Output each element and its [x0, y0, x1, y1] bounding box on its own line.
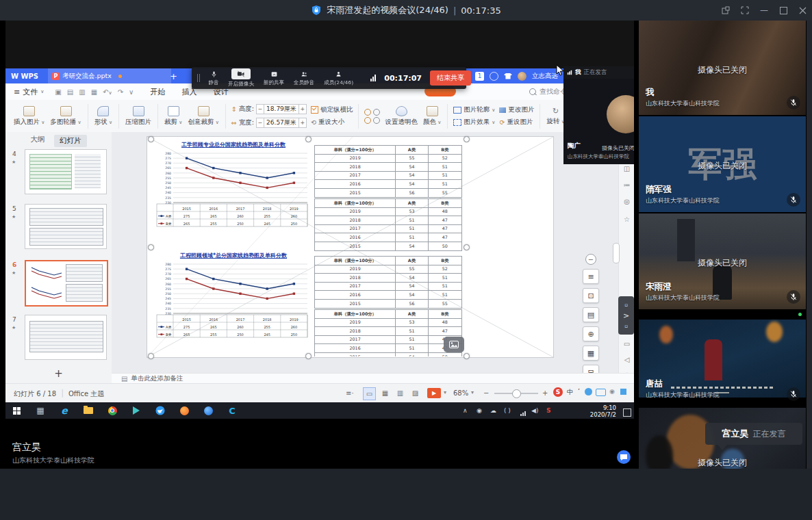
ribbon-color-button[interactable]: 颜色 ∨ — [420, 106, 444, 127]
cctalk-icon[interactable]: C — [227, 405, 238, 416]
collab-badge[interactable]: 1 — [475, 72, 484, 81]
image-panel-icon[interactable]: ▭ — [619, 340, 634, 348]
selection-handle[interactable] — [305, 353, 312, 359]
taskbar-clock[interactable]: 9:10 2020/7/2 — [578, 404, 616, 418]
brightness-up-icon[interactable] — [364, 109, 371, 116]
slide-thumb-4[interactable]: 4★ — [5, 149, 112, 194]
ime-toolbox-icon[interactable] — [620, 389, 626, 395]
theme-name[interactable]: Office 主题 — [68, 389, 104, 399]
preview-icon[interactable]: ▦ — [91, 88, 97, 96]
slide-canvas[interactable]: 工学照顾专业总分国家线趋势图及单科分数280275270265260255250… — [147, 137, 553, 357]
tray-sogou-icon[interactable]: S — [546, 407, 550, 414]
contrast-down-icon[interactable] — [373, 117, 380, 124]
ribbon-reset-picture-button[interactable]: ⟳重设图片 — [499, 118, 534, 127]
share-members-button[interactable]: 成员(24/46) — [323, 70, 354, 86]
new-share-button[interactable]: 新的共享 — [263, 70, 285, 86]
properties-icon[interactable]: ◫ — [619, 165, 634, 172]
share-mute-button[interactable]: 静音 — [208, 70, 219, 86]
fullscreen-icon[interactable] — [741, 6, 749, 14]
start-button[interactable] — [11, 405, 22, 416]
ribbon-insert-picture-button[interactable]: 插入图片 ∨ — [11, 106, 47, 127]
ribbon-shapes-button[interactable]: 形状 ∨ — [92, 106, 115, 127]
file-menu[interactable]: ≡文件∨ — [14, 87, 44, 97]
slideshow-play-button[interactable]: ▶ — [427, 388, 441, 398]
play-caret-icon[interactable]: ▾ — [444, 389, 446, 395]
tab-slides[interactable]: 幻灯片 — [54, 135, 87, 147]
more-icon[interactable]: ∨ — [129, 88, 134, 96]
ribbon-multi-carousel-button[interactable]: 多图轮播 ∨ — [47, 106, 84, 127]
selected-picture[interactable]: 工学照顾专业总分国家线趋势图及单科分数280275270265260255250… — [150, 138, 466, 356]
ribbon-lock-ratio-checkbox[interactable]: 锁定纵横比 — [311, 105, 353, 114]
ime-punct-icon[interactable]: ’ — [578, 388, 580, 395]
share-mute-all-button[interactable]: 全员静音 — [293, 70, 315, 86]
chrome-icon[interactable] — [107, 405, 118, 416]
sogou-input-icon[interactable]: S — [553, 387, 563, 397]
undo-icon[interactable]: ↶∨ — [103, 88, 112, 96]
notes-bar[interactable]: ▤ 单击此处添加备注 — [112, 373, 634, 384]
slide-thumb-6-selected[interactable]: 6★ — [5, 260, 112, 305]
account-avatar[interactable] — [518, 72, 526, 81]
layer-order-icon[interactable]: ≡ — [583, 269, 599, 284]
minimize-button[interactable]: — — [760, 6, 768, 14]
docer-icon[interactable] — [490, 72, 498, 81]
ime-keyboard-icon[interactable] — [596, 389, 606, 396]
wps-document-tab[interactable]: P 考研交流会.pptx — [48, 68, 171, 83]
redo-icon[interactable]: ↷ — [118, 88, 123, 96]
slide-thumb-7[interactable]: 7★ — [5, 315, 112, 360]
output-icon[interactable]: ▤ — [67, 88, 73, 96]
ribbon-compress-button[interactable]: 压缩图片 — [123, 106, 154, 127]
copy-icon[interactable]: ⊟ — [583, 365, 599, 373]
ribbon-reset-size-button[interactable]: ⟲重设大小 — [311, 118, 353, 127]
tray-cloud-icon[interactable]: ☁ — [490, 407, 496, 414]
audio-icon[interactable]: ◁ — [619, 356, 634, 363]
firefox-icon[interactable] — [179, 405, 190, 416]
ime-cn-icon[interactable]: 中 — [567, 388, 573, 397]
selection-handle[interactable] — [148, 244, 154, 250]
ime-user-icon[interactable]: ◉ — [609, 388, 615, 395]
adjust-icon[interactable]: ≔ — [619, 181, 634, 189]
tray-network-icon[interactable] — [518, 408, 529, 419]
ribbon-change-picture-button[interactable]: 更改图片 — [499, 105, 534, 114]
search-command[interactable]: 查找命令 — [529, 87, 567, 96]
participant-tile-唐喆[interactable]: 唐喆山东科技大学泰山科技学院 — [639, 311, 806, 406]
picture-quick-button[interactable] — [444, 337, 464, 352]
ribbon-crop-button[interactable]: 裁剪 ∨ — [162, 106, 185, 127]
zoom-slider-thumb[interactable] — [512, 389, 521, 398]
selection-handle[interactable] — [464, 353, 470, 359]
edge-icon[interactable]: e — [59, 405, 70, 416]
tray-contact-icon[interactable]: ◉ — [477, 407, 482, 414]
zoom-in-button[interactable]: + — [542, 389, 548, 397]
effects-icon[interactable]: ▦ — [583, 346, 599, 361]
video-strip-collapse-handle[interactable]: ▫>▫ — [618, 296, 634, 335]
skin-icon[interactable] — [504, 73, 512, 79]
sidebar-scrollbar[interactable] — [807, 21, 812, 520]
ribbon-effects-button[interactable]: 图片效果∨ — [453, 118, 495, 127]
zoom-picture-icon[interactable]: ⊕ — [583, 326, 599, 341]
selection-handle[interactable] — [464, 136, 470, 142]
notification-center-icon[interactable] — [622, 407, 633, 418]
find-picture-icon[interactable]: ◎ — [619, 198, 634, 205]
collapse-toolbar-icon[interactable]: − — [585, 254, 596, 265]
ime-mic-icon[interactable] — [585, 388, 592, 395]
print-icon[interactable]: ▥ — [79, 88, 85, 96]
close-button[interactable] — [798, 6, 807, 14]
brightness-down-icon[interactable] — [373, 109, 380, 116]
video-player-icon[interactable] — [131, 405, 142, 416]
maximize-button[interactable] — [779, 6, 787, 14]
task-view-icon[interactable]: ▦ — [35, 405, 46, 416]
participant-tile-隋军强[interactable]: 军强摄像头已关闭隋军强山东科技大学泰山科技学院 — [639, 116, 806, 212]
selection-handle[interactable] — [148, 353, 154, 359]
tray-volume-icon[interactable]: ◀) — [531, 407, 538, 414]
menu-home[interactable]: 开始 — [150, 87, 165, 97]
selection-handle[interactable] — [148, 136, 154, 142]
share-camera-button[interactable]: 开启摄像头 — [227, 68, 255, 88]
crop-icon[interactable]: ⊡ — [583, 288, 599, 303]
reading-view-icon[interactable]: ▥ — [394, 387, 406, 399]
ribbon-outline-button[interactable]: 图片轮廓∨ — [453, 105, 495, 114]
ribbon-height-spinner[interactable]: ⇕高度:−18.79厘米+ — [231, 104, 307, 114]
chat-button[interactable] — [617, 450, 631, 464]
editor-scrollbar-thumb[interactable] — [613, 243, 620, 263]
file-explorer-icon[interactable] — [83, 405, 94, 416]
sorter-view-icon[interactable]: ▦ — [379, 387, 391, 399]
add-slide-button[interactable]: + — [5, 367, 112, 380]
